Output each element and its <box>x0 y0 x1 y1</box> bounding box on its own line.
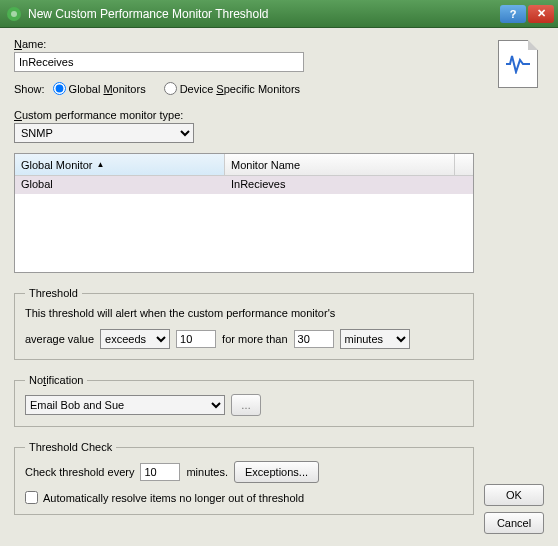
avg-label: average value <box>25 333 94 345</box>
global-radio-input[interactable] <box>53 82 66 95</box>
notification-select[interactable]: Email Bob and Sue <box>25 395 225 415</box>
ok-button[interactable]: OK <box>484 484 544 506</box>
threshold-check-fieldset: Threshold Check Check threshold every mi… <box>14 441 474 515</box>
app-icon <box>6 6 22 22</box>
titlebar: New Custom Performance Monitor Threshold… <box>0 0 558 28</box>
threshold-duration-input[interactable] <box>294 330 334 348</box>
device-monitors-radio[interactable]: Device Specific Monitors <box>164 82 300 95</box>
threshold-fieldset: Threshold This threshold will alert when… <box>14 287 474 360</box>
notification-legend: Notification <box>25 374 87 386</box>
type-label: Custom performance monitor type: <box>14 109 474 121</box>
threshold-unit-select[interactable]: minutes <box>340 329 410 349</box>
svg-point-1 <box>11 11 17 17</box>
auto-resolve-checkbox[interactable] <box>25 491 38 504</box>
close-button[interactable]: ✕ <box>528 5 554 23</box>
exceptions-button[interactable]: Exceptions... <box>234 461 319 483</box>
check-prefix: Check threshold every <box>25 466 134 478</box>
threshold-description: This threshold will alert when the custo… <box>25 307 463 319</box>
for-more-label: for more than <box>222 333 287 345</box>
notification-fieldset: Notification Email Bob and Sue … <box>14 374 474 427</box>
global-radio-label: Global Monitors <box>69 83 146 95</box>
check-interval-input[interactable] <box>140 463 180 481</box>
monitor-type-select[interactable]: SNMP <box>14 123 194 143</box>
device-radio-input[interactable] <box>164 82 177 95</box>
condition-select[interactable]: exceeds <box>100 329 170 349</box>
cancel-button[interactable]: Cancel <box>484 512 544 534</box>
device-radio-label: Device Specific Monitors <box>180 83 300 95</box>
row-name-cell: InRecieves <box>225 176 473 194</box>
column-monitor-name[interactable]: Monitor Name <box>225 154 455 175</box>
name-label: Name: <box>14 38 474 50</box>
global-monitors-radio[interactable]: Global Monitors <box>53 82 146 95</box>
document-icon <box>498 40 538 88</box>
row-global-cell: Global <box>15 176 225 194</box>
window-title: New Custom Performance Monitor Threshold <box>28 7 498 21</box>
monitor-grid: Global Monitor ▲ Monitor Name Global InR… <box>14 153 474 273</box>
notification-browse-button[interactable]: … <box>231 394 261 416</box>
threshold-legend: Threshold <box>25 287 82 299</box>
help-button[interactable]: ? <box>500 5 526 23</box>
check-suffix: minutes. <box>186 466 228 478</box>
threshold-check-legend: Threshold Check <box>25 441 116 453</box>
grid-header: Global Monitor ▲ Monitor Name <box>15 154 473 176</box>
show-label: Show: <box>14 83 45 95</box>
name-input[interactable] <box>14 52 304 72</box>
column-global-monitor[interactable]: Global Monitor ▲ <box>15 154 225 175</box>
column-spacer <box>455 154 473 175</box>
auto-resolve-label: Automatically resolve items no longer ou… <box>43 492 304 504</box>
sort-asc-icon: ▲ <box>97 160 105 169</box>
threshold-value-input[interactable] <box>176 330 216 348</box>
table-row[interactable]: Global InRecieves <box>15 176 473 194</box>
